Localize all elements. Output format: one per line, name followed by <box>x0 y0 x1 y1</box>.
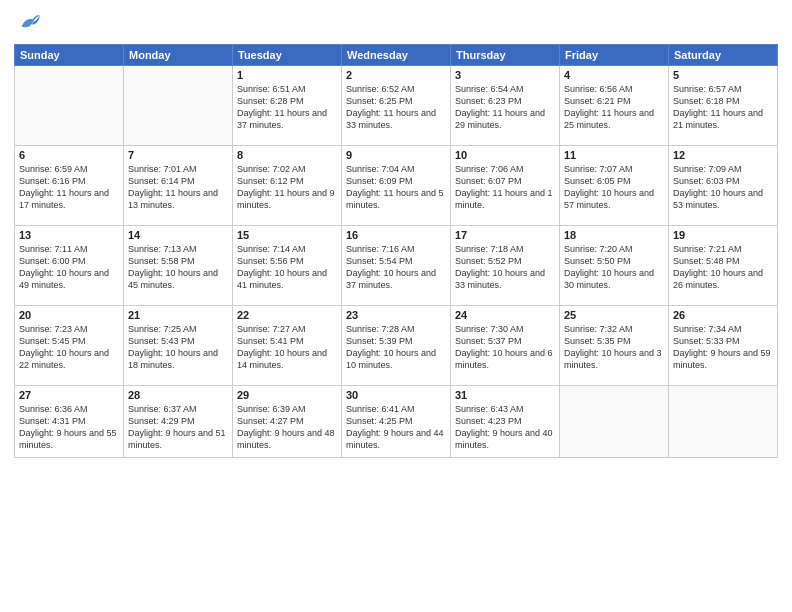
day-info: Sunrise: 7:07 AM Sunset: 6:05 PM Dayligh… <box>564 163 664 212</box>
day-of-week-header: Tuesday <box>233 45 342 66</box>
calendar-cell: 23Sunrise: 7:28 AM Sunset: 5:39 PM Dayli… <box>342 306 451 386</box>
calendar-cell: 9Sunrise: 7:04 AM Sunset: 6:09 PM Daylig… <box>342 146 451 226</box>
day-number: 11 <box>564 149 664 161</box>
day-number: 6 <box>19 149 119 161</box>
calendar-body: 1Sunrise: 6:51 AM Sunset: 6:28 PM Daylig… <box>15 66 778 458</box>
day-number: 30 <box>346 389 446 401</box>
day-number: 25 <box>564 309 664 321</box>
day-info: Sunrise: 7:13 AM Sunset: 5:58 PM Dayligh… <box>128 243 228 292</box>
day-info: Sunrise: 7:14 AM Sunset: 5:56 PM Dayligh… <box>237 243 337 292</box>
calendar-cell: 6Sunrise: 6:59 AM Sunset: 6:16 PM Daylig… <box>15 146 124 226</box>
calendar-cell: 21Sunrise: 7:25 AM Sunset: 5:43 PM Dayli… <box>124 306 233 386</box>
day-number: 7 <box>128 149 228 161</box>
day-info: Sunrise: 7:32 AM Sunset: 5:35 PM Dayligh… <box>564 323 664 372</box>
calendar-cell: 15Sunrise: 7:14 AM Sunset: 5:56 PM Dayli… <box>233 226 342 306</box>
day-info: Sunrise: 6:57 AM Sunset: 6:18 PM Dayligh… <box>673 83 773 132</box>
day-number: 20 <box>19 309 119 321</box>
calendar-cell: 22Sunrise: 7:27 AM Sunset: 5:41 PM Dayli… <box>233 306 342 386</box>
day-info: Sunrise: 7:04 AM Sunset: 6:09 PM Dayligh… <box>346 163 446 212</box>
day-number: 29 <box>237 389 337 401</box>
day-number: 10 <box>455 149 555 161</box>
day-info: Sunrise: 7:30 AM Sunset: 5:37 PM Dayligh… <box>455 323 555 372</box>
calendar-week-row: 1Sunrise: 6:51 AM Sunset: 6:28 PM Daylig… <box>15 66 778 146</box>
day-number: 2 <box>346 69 446 81</box>
day-of-week-header: Sunday <box>15 45 124 66</box>
day-number: 23 <box>346 309 446 321</box>
day-of-week-header: Thursday <box>451 45 560 66</box>
day-info: Sunrise: 6:54 AM Sunset: 6:23 PM Dayligh… <box>455 83 555 132</box>
day-info: Sunrise: 7:16 AM Sunset: 5:54 PM Dayligh… <box>346 243 446 292</box>
calendar-cell: 27Sunrise: 6:36 AM Sunset: 4:31 PM Dayli… <box>15 386 124 458</box>
logo-icon <box>14 10 42 38</box>
day-number: 1 <box>237 69 337 81</box>
calendar-cell: 25Sunrise: 7:32 AM Sunset: 5:35 PM Dayli… <box>560 306 669 386</box>
calendar-cell: 30Sunrise: 6:41 AM Sunset: 4:25 PM Dayli… <box>342 386 451 458</box>
day-number: 28 <box>128 389 228 401</box>
calendar-cell: 5Sunrise: 6:57 AM Sunset: 6:18 PM Daylig… <box>669 66 778 146</box>
day-info: Sunrise: 6:37 AM Sunset: 4:29 PM Dayligh… <box>128 403 228 452</box>
page-header <box>14 10 778 38</box>
day-info: Sunrise: 7:21 AM Sunset: 5:48 PM Dayligh… <box>673 243 773 292</box>
calendar-cell <box>669 386 778 458</box>
day-of-week-header: Friday <box>560 45 669 66</box>
calendar-cell: 14Sunrise: 7:13 AM Sunset: 5:58 PM Dayli… <box>124 226 233 306</box>
day-number: 17 <box>455 229 555 241</box>
calendar-cell: 26Sunrise: 7:34 AM Sunset: 5:33 PM Dayli… <box>669 306 778 386</box>
calendar-cell: 10Sunrise: 7:06 AM Sunset: 6:07 PM Dayli… <box>451 146 560 226</box>
calendar-cell: 1Sunrise: 6:51 AM Sunset: 6:28 PM Daylig… <box>233 66 342 146</box>
day-number: 14 <box>128 229 228 241</box>
day-info: Sunrise: 6:59 AM Sunset: 6:16 PM Dayligh… <box>19 163 119 212</box>
calendar-cell: 7Sunrise: 7:01 AM Sunset: 6:14 PM Daylig… <box>124 146 233 226</box>
day-info: Sunrise: 6:39 AM Sunset: 4:27 PM Dayligh… <box>237 403 337 452</box>
calendar-cell: 4Sunrise: 6:56 AM Sunset: 6:21 PM Daylig… <box>560 66 669 146</box>
day-info: Sunrise: 7:20 AM Sunset: 5:50 PM Dayligh… <box>564 243 664 292</box>
calendar-cell: 17Sunrise: 7:18 AM Sunset: 5:52 PM Dayli… <box>451 226 560 306</box>
day-info: Sunrise: 7:02 AM Sunset: 6:12 PM Dayligh… <box>237 163 337 212</box>
calendar-cell <box>15 66 124 146</box>
calendar-cell: 20Sunrise: 7:23 AM Sunset: 5:45 PM Dayli… <box>15 306 124 386</box>
day-number: 18 <box>564 229 664 241</box>
calendar-week-row: 6Sunrise: 6:59 AM Sunset: 6:16 PM Daylig… <box>15 146 778 226</box>
day-info: Sunrise: 6:56 AM Sunset: 6:21 PM Dayligh… <box>564 83 664 132</box>
calendar-cell: 16Sunrise: 7:16 AM Sunset: 5:54 PM Dayli… <box>342 226 451 306</box>
day-info: Sunrise: 7:25 AM Sunset: 5:43 PM Dayligh… <box>128 323 228 372</box>
calendar-week-row: 13Sunrise: 7:11 AM Sunset: 6:00 PM Dayli… <box>15 226 778 306</box>
day-number: 15 <box>237 229 337 241</box>
day-number: 4 <box>564 69 664 81</box>
day-info: Sunrise: 6:52 AM Sunset: 6:25 PM Dayligh… <box>346 83 446 132</box>
day-number: 26 <box>673 309 773 321</box>
day-info: Sunrise: 7:28 AM Sunset: 5:39 PM Dayligh… <box>346 323 446 372</box>
calendar-cell: 19Sunrise: 7:21 AM Sunset: 5:48 PM Dayli… <box>669 226 778 306</box>
day-number: 16 <box>346 229 446 241</box>
day-of-week-header: Saturday <box>669 45 778 66</box>
day-number: 8 <box>237 149 337 161</box>
calendar-cell: 29Sunrise: 6:39 AM Sunset: 4:27 PM Dayli… <box>233 386 342 458</box>
day-number: 9 <box>346 149 446 161</box>
calendar-cell: 11Sunrise: 7:07 AM Sunset: 6:05 PM Dayli… <box>560 146 669 226</box>
calendar-cell: 3Sunrise: 6:54 AM Sunset: 6:23 PM Daylig… <box>451 66 560 146</box>
calendar-cell: 18Sunrise: 7:20 AM Sunset: 5:50 PM Dayli… <box>560 226 669 306</box>
calendar-table: SundayMondayTuesdayWednesdayThursdayFrid… <box>14 44 778 458</box>
calendar-cell: 31Sunrise: 6:43 AM Sunset: 4:23 PM Dayli… <box>451 386 560 458</box>
day-number: 12 <box>673 149 773 161</box>
day-number: 22 <box>237 309 337 321</box>
day-info: Sunrise: 6:43 AM Sunset: 4:23 PM Dayligh… <box>455 403 555 452</box>
day-number: 13 <box>19 229 119 241</box>
calendar-week-row: 20Sunrise: 7:23 AM Sunset: 5:45 PM Dayli… <box>15 306 778 386</box>
day-number: 24 <box>455 309 555 321</box>
calendar-cell: 24Sunrise: 7:30 AM Sunset: 5:37 PM Dayli… <box>451 306 560 386</box>
calendar-cell <box>124 66 233 146</box>
calendar-cell: 12Sunrise: 7:09 AM Sunset: 6:03 PM Dayli… <box>669 146 778 226</box>
calendar-cell: 28Sunrise: 6:37 AM Sunset: 4:29 PM Dayli… <box>124 386 233 458</box>
calendar-cell: 2Sunrise: 6:52 AM Sunset: 6:25 PM Daylig… <box>342 66 451 146</box>
day-number: 31 <box>455 389 555 401</box>
calendar-week-row: 27Sunrise: 6:36 AM Sunset: 4:31 PM Dayli… <box>15 386 778 458</box>
day-info: Sunrise: 7:09 AM Sunset: 6:03 PM Dayligh… <box>673 163 773 212</box>
day-number: 5 <box>673 69 773 81</box>
day-info: Sunrise: 7:06 AM Sunset: 6:07 PM Dayligh… <box>455 163 555 212</box>
day-number: 19 <box>673 229 773 241</box>
day-info: Sunrise: 6:36 AM Sunset: 4:31 PM Dayligh… <box>19 403 119 452</box>
logo <box>14 10 46 38</box>
calendar-cell: 8Sunrise: 7:02 AM Sunset: 6:12 PM Daylig… <box>233 146 342 226</box>
calendar-cell <box>560 386 669 458</box>
